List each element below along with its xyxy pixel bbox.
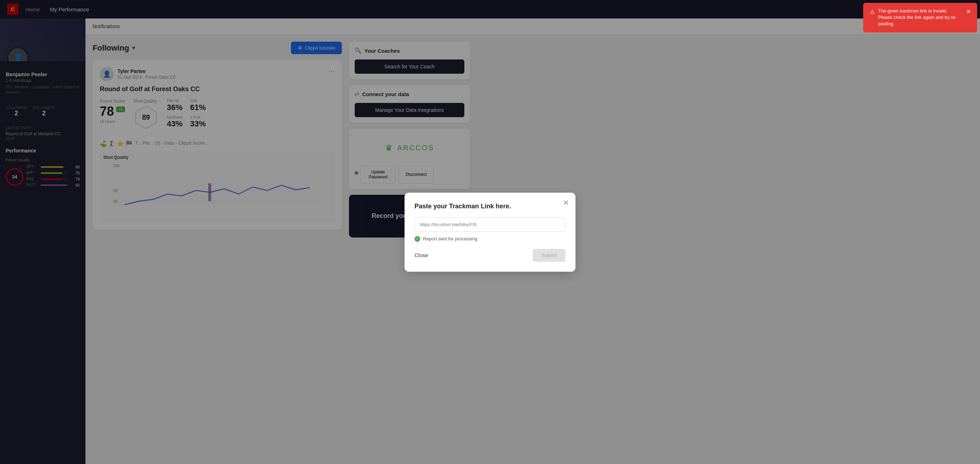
modal-success-message: ✓ Report sent for processing: [415, 236, 565, 242]
modal-overlay: Paste your Trackman Link here. ✕ ✓ Repor…: [0, 0, 980, 464]
success-icon: ✓: [415, 236, 420, 242]
trackman-link-input[interactable]: [415, 217, 565, 232]
modal-actions: Close Submit: [415, 249, 565, 262]
success-text: Report sent for processing: [423, 236, 477, 242]
error-toast: ⚠ The given trackman link is invalid. Pl…: [863, 3, 977, 32]
trackman-modal: Paste your Trackman Link here. ✕ ✓ Repor…: [404, 193, 576, 272]
modal-submit-button[interactable]: Submit: [533, 249, 565, 262]
warning-icon: ⚠: [870, 8, 875, 16]
modal-close-button[interactable]: Close: [415, 252, 428, 258]
toast-close[interactable]: ✕: [966, 8, 971, 16]
toast-message: The given trackman link is invalid. Plea…: [878, 8, 963, 27]
modal-close-x-button[interactable]: ✕: [563, 199, 569, 207]
modal-title: Paste your Trackman Link here.: [415, 203, 565, 210]
